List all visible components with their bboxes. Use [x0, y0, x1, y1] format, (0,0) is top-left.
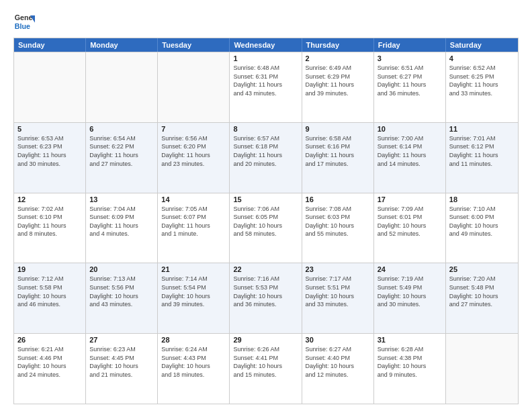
day-number: 15 — [233, 195, 298, 203]
calendar-cell: 16Sunrise: 7:08 AM Sunset: 6:03 PM Dayli… — [302, 193, 374, 263]
day-info: Sunrise: 6:51 AM Sunset: 6:27 PM Dayligh… — [378, 64, 442, 97]
day-number: 13 — [89, 195, 154, 203]
day-number: 25 — [449, 265, 515, 273]
day-number: 19 — [17, 265, 82, 273]
day-info: Sunrise: 6:57 AM Sunset: 6:18 PM Dayligh… — [233, 134, 298, 168]
calendar-cell: 24Sunrise: 7:19 AM Sunset: 5:49 PM Dayli… — [374, 263, 446, 333]
calendar-cell: 17Sunrise: 7:09 AM Sunset: 6:01 PM Dayli… — [374, 193, 446, 263]
calendar-cell: 6Sunrise: 6:54 AM Sunset: 6:22 PM Daylig… — [86, 123, 158, 193]
calendar-row: 12Sunrise: 7:02 AM Sunset: 6:10 PM Dayli… — [14, 193, 518, 263]
day-info: Sunrise: 6:52 AM Sunset: 6:25 PM Dayligh… — [449, 64, 515, 97]
day-info: Sunrise: 6:27 AM Sunset: 4:40 PM Dayligh… — [306, 345, 370, 379]
weekday-header: Sunday — [14, 38, 86, 52]
day-number: 5 — [17, 125, 82, 133]
calendar-row: 19Sunrise: 7:12 AM Sunset: 5:58 PM Dayli… — [14, 263, 518, 333]
day-number: 12 — [17, 195, 82, 203]
day-number: 29 — [233, 336, 298, 344]
calendar-cell: 3Sunrise: 6:51 AM Sunset: 6:27 PM Daylig… — [374, 52, 446, 122]
day-number: 23 — [306, 265, 370, 273]
calendar-cell — [14, 52, 86, 122]
weekday-header: Monday — [86, 38, 158, 52]
day-number: 14 — [161, 195, 226, 203]
calendar-cell: 23Sunrise: 7:17 AM Sunset: 5:51 PM Dayli… — [302, 263, 374, 333]
day-number: 28 — [161, 336, 226, 344]
day-info: Sunrise: 6:58 AM Sunset: 6:16 PM Dayligh… — [306, 134, 370, 168]
calendar-cell: 10Sunrise: 7:00 AM Sunset: 6:14 PM Dayli… — [374, 123, 446, 193]
calendar-cell: 8Sunrise: 6:57 AM Sunset: 6:18 PM Daylig… — [230, 123, 302, 193]
calendar-cell: 29Sunrise: 6:26 AM Sunset: 4:41 PM Dayli… — [230, 334, 302, 404]
calendar-row: 5Sunrise: 6:53 AM Sunset: 6:23 PM Daylig… — [14, 122, 518, 193]
calendar-cell: 5Sunrise: 6:53 AM Sunset: 6:23 PM Daylig… — [14, 123, 86, 193]
day-number: 17 — [378, 195, 442, 203]
calendar-cell: 2Sunrise: 6:49 AM Sunset: 6:29 PM Daylig… — [302, 52, 374, 122]
day-number: 10 — [378, 125, 442, 133]
calendar-body: 1Sunrise: 6:48 AM Sunset: 6:31 PM Daylig… — [14, 52, 518, 404]
calendar-cell: 30Sunrise: 6:27 AM Sunset: 4:40 PM Dayli… — [302, 334, 374, 404]
day-info: Sunrise: 7:19 AM Sunset: 5:49 PM Dayligh… — [378, 275, 442, 308]
day-number: 8 — [233, 125, 298, 133]
day-info: Sunrise: 7:12 AM Sunset: 5:58 PM Dayligh… — [17, 275, 82, 308]
weekday-header: Tuesday — [158, 38, 230, 52]
calendar-cell: 22Sunrise: 7:16 AM Sunset: 5:53 PM Dayli… — [230, 263, 302, 333]
day-info: Sunrise: 6:53 AM Sunset: 6:23 PM Dayligh… — [17, 134, 82, 168]
day-number: 20 — [89, 265, 154, 273]
day-number: 26 — [17, 336, 82, 344]
calendar-cell: 15Sunrise: 7:06 AM Sunset: 6:05 PM Dayli… — [230, 193, 302, 263]
day-info: Sunrise: 6:23 AM Sunset: 4:45 PM Dayligh… — [89, 345, 154, 379]
day-info: Sunrise: 7:08 AM Sunset: 6:03 PM Dayligh… — [306, 205, 370, 238]
calendar-cell: 1Sunrise: 6:48 AM Sunset: 6:31 PM Daylig… — [230, 52, 302, 122]
calendar: SundayMondayTuesdayWednesdayThursdayFrid… — [13, 38, 519, 404]
day-number: 21 — [161, 265, 226, 273]
calendar-cell — [446, 334, 518, 404]
day-number: 30 — [306, 336, 370, 344]
header: General Blue — [13, 11, 519, 32]
day-number: 18 — [449, 195, 515, 203]
calendar-cell: 28Sunrise: 6:24 AM Sunset: 4:43 PM Dayli… — [158, 334, 230, 404]
day-number: 11 — [449, 125, 515, 133]
day-number: 7 — [161, 125, 226, 133]
day-info: Sunrise: 7:06 AM Sunset: 6:05 PM Dayligh… — [233, 205, 298, 238]
day-info: Sunrise: 6:26 AM Sunset: 4:41 PM Dayligh… — [233, 345, 298, 379]
day-info: Sunrise: 6:21 AM Sunset: 4:46 PM Dayligh… — [17, 345, 82, 379]
day-number: 3 — [378, 54, 442, 62]
calendar-cell: 12Sunrise: 7:02 AM Sunset: 6:10 PM Dayli… — [14, 193, 86, 263]
calendar-cell: 4Sunrise: 6:52 AM Sunset: 6:25 PM Daylig… — [446, 52, 518, 122]
logo: General Blue — [13, 11, 35, 32]
day-info: Sunrise: 7:20 AM Sunset: 5:48 PM Dayligh… — [449, 275, 515, 308]
calendar-cell: 9Sunrise: 6:58 AM Sunset: 6:16 PM Daylig… — [302, 123, 374, 193]
day-info: Sunrise: 7:09 AM Sunset: 6:01 PM Dayligh… — [378, 205, 442, 238]
day-number: 9 — [306, 125, 370, 133]
day-info: Sunrise: 7:16 AM Sunset: 5:53 PM Dayligh… — [233, 275, 298, 308]
weekday-header: Saturday — [446, 38, 518, 52]
day-info: Sunrise: 6:24 AM Sunset: 4:43 PM Dayligh… — [161, 345, 226, 379]
day-number: 4 — [449, 54, 515, 62]
calendar-cell — [86, 52, 158, 122]
day-info: Sunrise: 7:14 AM Sunset: 5:54 PM Dayligh… — [161, 275, 226, 308]
day-info: Sunrise: 7:17 AM Sunset: 5:51 PM Dayligh… — [306, 275, 370, 308]
calendar-cell: 27Sunrise: 6:23 AM Sunset: 4:45 PM Dayli… — [86, 334, 158, 404]
day-number: 31 — [378, 336, 442, 344]
day-info: Sunrise: 7:01 AM Sunset: 6:12 PM Dayligh… — [449, 134, 515, 168]
logo-icon: General Blue — [13, 11, 35, 32]
day-info: Sunrise: 7:02 AM Sunset: 6:10 PM Dayligh… — [17, 205, 82, 238]
day-number: 6 — [89, 125, 154, 133]
day-info: Sunrise: 6:54 AM Sunset: 6:22 PM Dayligh… — [89, 134, 154, 168]
day-info: Sunrise: 7:13 AM Sunset: 5:56 PM Dayligh… — [89, 275, 154, 308]
weekday-header: Friday — [374, 38, 446, 52]
calendar-cell: 25Sunrise: 7:20 AM Sunset: 5:48 PM Dayli… — [446, 263, 518, 333]
day-info: Sunrise: 6:28 AM Sunset: 4:38 PM Dayligh… — [378, 345, 442, 379]
day-number: 16 — [306, 195, 370, 203]
calendar-cell: 26Sunrise: 6:21 AM Sunset: 4:46 PM Dayli… — [14, 334, 86, 404]
calendar-cell: 11Sunrise: 7:01 AM Sunset: 6:12 PM Dayli… — [446, 123, 518, 193]
calendar-header: SundayMondayTuesdayWednesdayThursdayFrid… — [14, 38, 518, 52]
day-number: 1 — [233, 54, 298, 62]
day-info: Sunrise: 6:56 AM Sunset: 6:20 PM Dayligh… — [161, 134, 226, 168]
svg-text:Blue: Blue — [15, 22, 30, 30]
calendar-cell: 31Sunrise: 6:28 AM Sunset: 4:38 PM Dayli… — [374, 334, 446, 404]
calendar-cell: 19Sunrise: 7:12 AM Sunset: 5:58 PM Dayli… — [14, 263, 86, 333]
calendar-cell: 13Sunrise: 7:04 AM Sunset: 6:09 PM Dayli… — [86, 193, 158, 263]
day-number: 24 — [378, 265, 442, 273]
calendar-row: 26Sunrise: 6:21 AM Sunset: 4:46 PM Dayli… — [14, 333, 518, 404]
page: General Blue SundayMondayTuesdayWednesda… — [0, 0, 532, 411]
day-number: 27 — [89, 336, 154, 344]
